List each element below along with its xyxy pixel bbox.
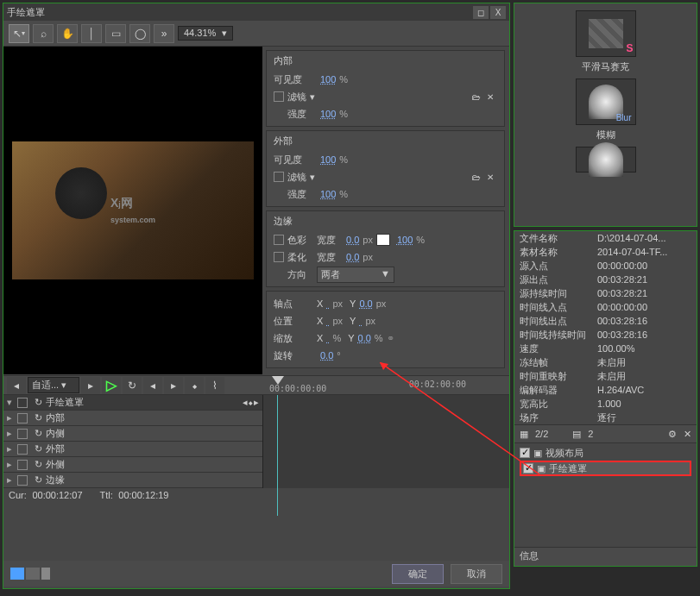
- inner-title: 内部: [274, 54, 497, 67]
- info-value: 未启用: [597, 370, 691, 383]
- chevron-down-icon[interactable]: ▾: [7, 397, 16, 408]
- arrow-tool[interactable]: ↖▾: [9, 24, 29, 43]
- play-button[interactable]: ▷: [102, 377, 121, 394]
- info-row: 源出点00:03:28:21: [514, 273, 697, 286]
- track-row[interactable]: ▸ ↻ 外侧: [3, 457, 262, 473]
- timeline-canvas[interactable]: [262, 395, 509, 488]
- preset-del-icon[interactable]: ✕: [483, 171, 497, 183]
- chevron-right-icon[interactable]: ▸: [7, 459, 16, 470]
- info-row: 素材名称2014-07-04-TF...: [514, 245, 697, 259]
- info-value: 00:03:28:21: [597, 274, 691, 285]
- layer-visible-checkbox[interactable]: [523, 463, 533, 474]
- track-row-root[interactable]: ▾ ↻ 手绘遮罩 ◂⬥▸: [3, 395, 262, 411]
- bottom-bar: 确定 取消: [3, 561, 509, 587]
- effect-item-blur[interactable]: Blur 模糊: [567, 78, 645, 141]
- info-value: 100.00%: [597, 343, 691, 354]
- line-tool[interactable]: │: [81, 24, 102, 43]
- info-key: 时间线持续时间: [520, 329, 597, 342]
- layer-row[interactable]: ▣ 视频布局: [520, 445, 691, 461]
- preset-save-icon[interactable]: 🗁: [470, 91, 483, 103]
- detach-button[interactable]: ◻: [473, 6, 489, 19]
- chevron-right-icon[interactable]: ▸: [7, 428, 16, 439]
- chevron-right-icon[interactable]: ▸: [7, 474, 16, 486]
- pos-y[interactable]: [359, 316, 362, 326]
- edge-color-checkbox[interactable]: [274, 235, 284, 245]
- inner-intensity-value[interactable]: 100: [320, 109, 336, 119]
- info-row: 时间线持续时间00:03:28:16: [514, 328, 697, 342]
- edge-pct-value[interactable]: 100: [397, 235, 413, 245]
- track-enable-checkbox[interactable]: [17, 413, 28, 423]
- preset-save-icon[interactable]: 🗁: [470, 171, 483, 183]
- zoom-level-input[interactable]: 44.31% ▾: [178, 26, 233, 41]
- link-icon[interactable]: ⚭: [387, 333, 394, 344]
- playhead[interactable]: [277, 395, 278, 516]
- edge-title: 边缘: [274, 215, 497, 228]
- track-row[interactable]: ▸ ↻ 内部: [3, 411, 262, 426]
- soft-width-value[interactable]: 0.0: [346, 252, 359, 262]
- layer-row-selected[interactable]: ▣ 手绘遮罩: [520, 461, 691, 476]
- pivot-y[interactable]: 0.0: [359, 298, 372, 309]
- edge-width-value[interactable]: 0.0: [346, 235, 359, 245]
- settings-icon[interactable]: ⚙: [668, 429, 677, 440]
- track-enable-checkbox[interactable]: [17, 444, 28, 455]
- view-mode-b[interactable]: [26, 568, 40, 580]
- track-row[interactable]: ▸ ↻ 内侧: [3, 426, 262, 442]
- edge-soft-checkbox[interactable]: [274, 252, 284, 262]
- pos-x[interactable]: [326, 316, 329, 326]
- effect-item-partial[interactable]: [567, 147, 645, 176]
- prev-key-icon[interactable]: ◂: [7, 377, 26, 394]
- chevron-right-icon[interactable]: ▸: [7, 412, 16, 423]
- loop-icon: ↻: [35, 474, 42, 486]
- scale-y[interactable]: 0.0: [358, 333, 371, 343]
- fit-dropdown[interactable]: 自适... ▾: [28, 377, 79, 393]
- preview-viewport[interactable]: Xj网system.com: [3, 47, 262, 374]
- outer-title: 外部: [274, 135, 497, 147]
- layer-label: 视频布局: [545, 447, 583, 460]
- track-row[interactable]: ▸ ↻ 边缘: [3, 473, 262, 488]
- zoom-tool[interactable]: ⌕: [33, 24, 54, 43]
- chevron-right-icon[interactable]: ▸: [7, 443, 16, 455]
- track-enable-checkbox[interactable]: [17, 460, 28, 470]
- track-row[interactable]: ▸ ↻ 外部: [3, 442, 262, 457]
- track-enable-checkbox[interactable]: [17, 475, 28, 486]
- track-enable-checkbox[interactable]: [17, 398, 28, 408]
- edge-color-swatch[interactable]: [376, 234, 390, 246]
- hand-tool[interactable]: ✋: [57, 24, 78, 43]
- outer-visibility-value[interactable]: 100: [320, 154, 336, 165]
- preset-del-icon[interactable]: ✕: [483, 91, 497, 103]
- graph-button[interactable]: ⌇: [205, 377, 224, 394]
- pivot-label: 轴点: [274, 298, 317, 311]
- inner-visibility-value[interactable]: 100: [320, 74, 336, 85]
- close-icon[interactable]: ✕: [684, 429, 691, 440]
- view-mode-c[interactable]: [41, 568, 50, 580]
- keyframe-button[interactable]: ⬥: [185, 377, 204, 394]
- next-frame-button[interactable]: ▸: [164, 377, 183, 394]
- chevron-down-icon[interactable]: ▾: [310, 91, 315, 103]
- layer-visible-checkbox[interactable]: [520, 448, 530, 458]
- effect-item-mosaic[interactable]: S 平滑马赛克: [567, 10, 645, 73]
- key-nav-icon[interactable]: ◂⬥▸: [243, 397, 259, 408]
- chevron-down-icon[interactable]: ▾: [310, 172, 315, 183]
- prev-frame-button[interactable]: ◂: [143, 377, 162, 394]
- more-tools[interactable]: »: [154, 24, 174, 43]
- info-key: 编解码器: [520, 384, 597, 397]
- scale-x[interactable]: [326, 333, 329, 343]
- inner-filter-checkbox[interactable]: [274, 91, 284, 102]
- info-row: 宽高比1.000: [514, 397, 697, 411]
- cancel-button[interactable]: 取消: [451, 564, 502, 584]
- ok-button[interactable]: 确定: [392, 564, 444, 584]
- direction-dropdown[interactable]: 两者 ▼: [317, 267, 394, 283]
- close-button[interactable]: X: [490, 6, 506, 19]
- loop-button[interactable]: ↻: [123, 377, 142, 394]
- next-key-icon[interactable]: ▸: [81, 377, 100, 394]
- rot-value[interactable]: 0.0: [320, 350, 333, 361]
- ellipse-tool[interactable]: ◯: [129, 24, 150, 43]
- rect-tool[interactable]: ▭: [105, 24, 126, 43]
- outer-filter-checkbox[interactable]: [274, 172, 284, 182]
- timecode-mark: 00:02:00:00: [409, 380, 466, 389]
- track-enable-checkbox[interactable]: [17, 429, 28, 439]
- view-mode-a[interactable]: [10, 568, 24, 580]
- outer-intensity-value[interactable]: 100: [320, 189, 336, 199]
- rot-label: 旋转: [274, 349, 317, 362]
- pivot-x[interactable]: [326, 298, 329, 309]
